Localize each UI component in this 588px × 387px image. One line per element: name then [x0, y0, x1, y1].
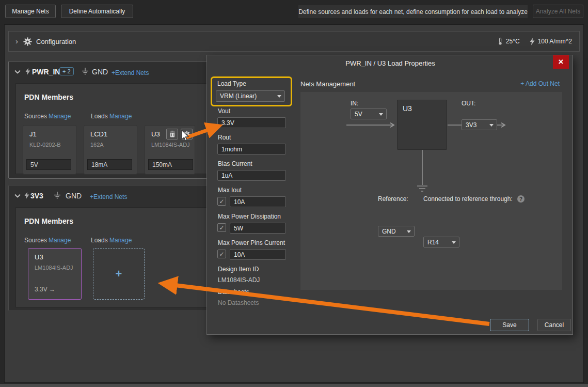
in-net-value: 5V	[355, 111, 362, 118]
chevron-down-icon	[489, 124, 494, 129]
check-icon: ✓	[219, 251, 224, 258]
card-part: LM1084IS-ADJ	[151, 142, 190, 148]
datasheets-value: No Datasheets	[218, 299, 259, 306]
field-label: Rout	[218, 134, 231, 141]
analyze-all-nets-button[interactable]: Analyze All Nets	[533, 5, 583, 18]
chevron-down-icon	[277, 95, 281, 100]
load-type-select[interactable]: VRM (Linear)	[216, 90, 285, 102]
card-part: 162A	[90, 142, 104, 148]
current-density-value: 100 A/mm^2	[538, 38, 572, 45]
out-net-select[interactable]: 3V3	[462, 119, 497, 130]
sources-label: Sources	[24, 237, 47, 244]
chevron-down-icon[interactable]	[14, 194, 21, 198]
extend-nets-link[interactable]: +Extend Nets	[90, 193, 127, 200]
temperature-value: 25°C	[506, 38, 520, 45]
design-item-id-label: Design Item ID	[218, 266, 259, 273]
gear-icon	[23, 37, 32, 46]
trash-icon	[169, 131, 176, 137]
plus-icon: +	[116, 267, 122, 281]
chevron-right-icon[interactable]: ›	[15, 37, 18, 45]
field-label: Max Power Dissipation	[218, 213, 281, 220]
check-icon: ✓	[219, 224, 224, 231]
net-name: PWR_IN	[32, 68, 60, 76]
load-card-lcd1[interactable]: LCD1 162A 18mA	[84, 125, 137, 175]
question-glyph: ?	[519, 196, 522, 202]
chevron-down-icon	[452, 241, 456, 246]
config-title: Configuration	[36, 38, 76, 45]
component-box[interactable]: U3	[397, 100, 447, 150]
card-output-value: 3.3V →	[35, 286, 55, 293]
max-power-dissipation-input[interactable]	[230, 223, 286, 234]
chevron-down-icon	[379, 113, 383, 118]
manage-nets-button[interactable]: Manage Nets	[5, 5, 56, 18]
source-card-u3[interactable]: U3 LM1084IS-ADJ 3.3V →	[28, 248, 82, 300]
rout-input[interactable]	[217, 144, 286, 154]
max-power-pins-input[interactable]	[230, 249, 286, 260]
card-name: J1	[29, 130, 37, 138]
define-automatically-button[interactable]: Define Automatically	[61, 5, 133, 18]
dialog-title: PWR_IN / U3 Load Properties	[207, 55, 574, 71]
reference-label: Reference:	[378, 195, 408, 203]
max-power-dissipation-checkbox[interactable]: ✓	[217, 223, 226, 232]
window-bottom-edge	[0, 384, 588, 387]
reference-select[interactable]: GND	[378, 226, 415, 237]
field-label: Bias Current	[218, 160, 252, 167]
card-value-field[interactable]: 5V	[26, 159, 71, 170]
max-iout-input[interactable]	[230, 196, 286, 207]
sources-label: Sources	[24, 113, 47, 120]
out-label: OUT:	[462, 100, 475, 107]
card-part: KLD-0202-B	[29, 142, 61, 148]
vout-input[interactable]	[217, 117, 286, 128]
loads-manage-link[interactable]: Manage	[109, 113, 132, 120]
sources-manage-link[interactable]: Manage	[49, 237, 71, 244]
load-card-u3[interactable]: U3	[145, 125, 195, 175]
field-label: Max Iout	[218, 187, 242, 194]
chevron-down-icon[interactable]	[14, 70, 21, 74]
chevron-down-icon	[407, 230, 411, 235]
loads-manage-link[interactable]: Manage	[109, 237, 132, 244]
ground-icon	[81, 67, 89, 75]
out-net-value: 3V3	[466, 121, 476, 129]
card-value-field[interactable]: 150mA	[148, 159, 193, 170]
in-net-select[interactable]: 5V	[351, 109, 387, 119]
sources-manage-link[interactable]: Manage	[49, 113, 71, 120]
pdn-members-title: PDN Members	[24, 217, 73, 225]
add-out-net-link[interactable]: + Add Out Net	[520, 80, 560, 87]
extend-nets-link[interactable]: +Extend Nets	[112, 69, 149, 76]
in-label: IN:	[351, 100, 358, 107]
help-icon[interactable]: ?	[517, 195, 525, 203]
pdn-members-title: PDN Members	[24, 93, 73, 101]
check-icon: ✓	[219, 198, 224, 205]
connected-through-value: R14	[427, 239, 439, 246]
source-card-j1[interactable]: J1 KLD-0202-B 5V	[23, 125, 76, 175]
load-settings-button[interactable]	[181, 129, 193, 140]
connected-through-select[interactable]: R14	[423, 237, 459, 247]
net-gnd-label: GND	[92, 68, 108, 76]
bias-current-input[interactable]	[217, 170, 286, 181]
connected-through-label: Connected to reference through:	[423, 195, 513, 203]
max-power-pins-checkbox[interactable]: ✓	[217, 250, 226, 258]
bolt-icon	[25, 68, 31, 75]
add-load-button[interactable]: +	[93, 248, 145, 300]
field-label: Max Power Pins Current	[218, 239, 285, 246]
thermometer-icon	[497, 37, 504, 45]
delete-load-button[interactable]	[166, 129, 178, 140]
net-name: 3V3	[30, 192, 43, 200]
card-part: LM1084IS-ADJ	[35, 265, 73, 271]
card-name: LCD1	[90, 130, 107, 138]
dialog-close-button[interactable]: ×	[553, 55, 569, 69]
net-count-badge[interactable]: + 2	[59, 67, 74, 75]
bolt-icon	[24, 192, 30, 199]
close-icon: ×	[559, 57, 564, 67]
max-iout-checkbox[interactable]: ✓	[217, 197, 226, 206]
gear-icon	[183, 131, 190, 138]
load-type-value: VRM (Linear)	[220, 92, 257, 100]
nets-management-title: Nets Management	[300, 80, 355, 88]
loads-label: Loads	[91, 237, 108, 244]
card-value-field[interactable]: 18mA	[87, 159, 132, 170]
save-button[interactable]: Save	[490, 319, 529, 331]
load-properties-dialog: PWR_IN / U3 Load Properties × Load Type …	[206, 55, 573, 335]
cancel-button[interactable]: Cancel	[537, 319, 571, 331]
datasheets-label: Datasheets	[218, 288, 249, 296]
card-name: U3	[35, 253, 43, 261]
